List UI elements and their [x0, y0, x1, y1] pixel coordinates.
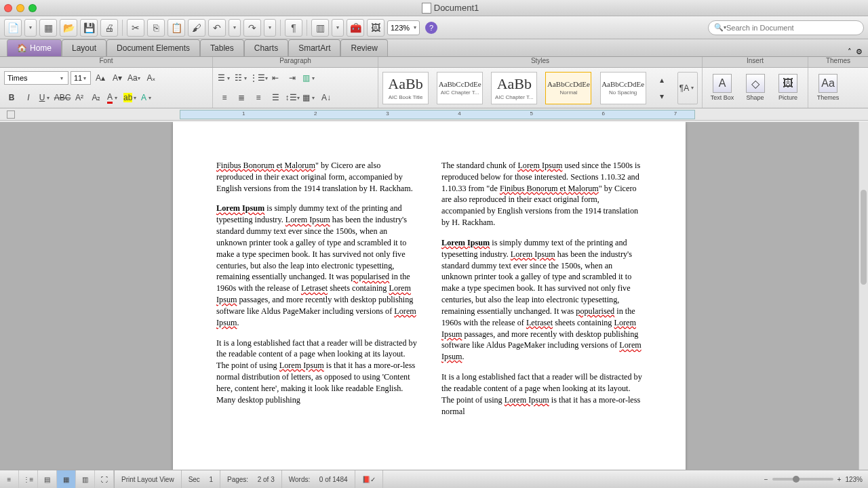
paragraph[interactable]: Lorem Ipsum is simply dummy text of the …	[441, 237, 642, 363]
collapse-ribbon-button[interactable]: ˄	[848, 47, 852, 56]
tab-charts[interactable]: Charts	[244, 39, 288, 56]
print-layout-view-button[interactable]: ▦	[57, 470, 76, 488]
tab-selector[interactable]	[7, 110, 15, 119]
styles-scroll-up[interactable]: ▴	[654, 73, 669, 87]
help-button[interactable]: ?	[422, 19, 440, 37]
copy-button[interactable]: ⎘	[147, 19, 165, 37]
tab-smartart[interactable]: SmartArt	[288, 39, 340, 56]
style-aic-chapter-1[interactable]: AaBbCcDdEeAIC Chapter T...	[437, 72, 483, 104]
templates-button[interactable]: ▦	[39, 19, 57, 37]
numbering-button[interactable]: ☷▾	[234, 70, 249, 85]
italic-button[interactable]: I	[21, 90, 36, 105]
align-left-button[interactable]: ≡	[217, 90, 232, 105]
tab-tables[interactable]: Tables	[200, 39, 244, 56]
align-center-button[interactable]: ≣	[234, 90, 249, 105]
horizontal-ruler[interactable]: 1234567	[180, 110, 695, 119]
font-size-select[interactable]: 11▾	[71, 71, 91, 85]
style-aic-book-title[interactable]: AaBbAIC Book Title	[382, 72, 429, 104]
change-case-button[interactable]: Aa▾	[127, 70, 142, 85]
tab-layout[interactable]: Layout	[62, 39, 106, 56]
close-window-button[interactable]	[4, 4, 12, 12]
bullets-button[interactable]: ☰▾	[217, 70, 232, 85]
themes-button[interactable]: AaThemes	[812, 70, 844, 104]
zoom-window-button[interactable]	[28, 4, 37, 12]
paragraph[interactable]: Lorem Ipsum is simply dummy text of the …	[216, 203, 417, 328]
font-color-button[interactable]: A▾	[106, 90, 121, 105]
shrink-font-button[interactable]: A▾	[110, 70, 125, 85]
highlight-button[interactable]: ab▾	[123, 90, 138, 105]
show-marks-button[interactable]: ¶	[285, 19, 302, 37]
draft-view-button[interactable]: ≡	[0, 470, 19, 488]
zoom-in-button[interactable]: +	[837, 476, 842, 483]
page-indicator[interactable]: Pages: 2 of 3	[220, 470, 282, 488]
clear-formatting-button[interactable]: Aₓ	[144, 70, 159, 85]
section-indicator[interactable]: Sec 1	[182, 470, 220, 488]
page[interactable]: Finibus Bonorum et Malorum" by Cicero ar…	[173, 122, 686, 470]
increase-indent-button[interactable]: ⇥	[285, 70, 300, 85]
format-painter-button[interactable]: 🖌	[188, 19, 205, 37]
toolbox-button[interactable]: 🧰	[347, 19, 364, 37]
new-doc-button[interactable]: 📄	[4, 19, 22, 37]
strikethrough-button[interactable]: ABC	[55, 90, 70, 105]
media-browser-button[interactable]: 🖼	[367, 19, 384, 37]
ribbon-options-button[interactable]: ⚙	[856, 47, 863, 56]
styles-scroll-down[interactable]: ▾	[654, 89, 669, 104]
open-button[interactable]: 📂	[60, 19, 77, 37]
insert-text-box-button[interactable]: AText Box	[707, 70, 738, 104]
document-area[interactable]: Finibus Bonorum et Malorum" by Cicero ar…	[0, 122, 859, 470]
zoom-select[interactable]: 123%▾	[387, 20, 420, 35]
text-effects-button[interactable]: A▾	[140, 90, 155, 105]
insert-shape-button[interactable]: ◇Shape	[740, 70, 771, 104]
sidebar-dropdown[interactable]: ▾	[332, 19, 344, 37]
insert-picture-button[interactable]: 🖼Picture	[772, 70, 804, 104]
justify-button[interactable]: ☰	[268, 90, 283, 105]
paragraph[interactable]: It is a long established fact that a rea…	[216, 338, 417, 406]
paragraph[interactable]: It is a long established fact that a rea…	[441, 371, 642, 417]
columns-button[interactable]: ▥▾	[302, 70, 317, 85]
search-box[interactable]: 🔍▾	[708, 20, 864, 35]
sort-button[interactable]: A↓	[319, 90, 334, 105]
redo-dropdown[interactable]: ▾	[264, 19, 276, 37]
paragraph[interactable]: The standard chunk of Lorem Ipsum used s…	[441, 160, 642, 228]
multilevel-list-button[interactable]: ⋮☰▾	[251, 70, 266, 85]
vertical-scrollbar[interactable]	[859, 122, 868, 470]
tab-review[interactable]: Review	[340, 39, 387, 56]
redo-button[interactable]: ↷	[243, 19, 261, 37]
paragraph[interactable]: Finibus Bonorum et Malorum" by Cicero ar…	[216, 160, 417, 194]
zoom-out-button[interactable]: −	[764, 476, 768, 483]
zoom-slider[interactable]	[772, 478, 833, 481]
style-no-spacing[interactable]: AaBbCcDdEeNo Spacing	[600, 72, 646, 104]
shading-button[interactable]: ▦▾	[302, 90, 317, 105]
word-count[interactable]: Words: 0 of 1484	[282, 470, 355, 488]
sidebar-button[interactable]: ▥	[311, 19, 329, 37]
outline-view-button[interactable]: ⋮≡	[19, 470, 38, 488]
font-name-select[interactable]: Times▾	[4, 71, 68, 85]
minimize-window-button[interactable]	[16, 4, 24, 12]
decrease-indent-button[interactable]: ⇤	[268, 70, 283, 85]
search-input[interactable]	[726, 24, 858, 32]
styles-pane-button[interactable]: ¶A▾	[677, 72, 698, 104]
style-normal[interactable]: AaBbCcDdEeNormal	[545, 72, 591, 104]
cut-button[interactable]: ✂	[127, 19, 144, 37]
fullscreen-view-button[interactable]: ⛶	[95, 470, 114, 488]
superscript-button[interactable]: A²	[72, 90, 87, 105]
tab-document-elements[interactable]: Document Elements	[106, 39, 200, 56]
print-button[interactable]: 🖨	[100, 19, 118, 37]
bold-button[interactable]: B	[4, 90, 19, 105]
underline-button[interactable]: U▾	[38, 90, 53, 105]
new-doc-dropdown[interactable]: ▾	[24, 19, 37, 37]
spell-check-button[interactable]: 📕✓	[355, 470, 383, 488]
undo-dropdown[interactable]: ▾	[229, 19, 241, 37]
save-button[interactable]: 💾	[80, 19, 98, 37]
grow-font-button[interactable]: A▴	[93, 70, 108, 85]
subscript-button[interactable]: A₂	[89, 90, 104, 105]
scroll-thumb[interactable]	[861, 190, 867, 285]
align-right-button[interactable]: ≡	[251, 90, 266, 105]
tab-home[interactable]: 🏠Home	[7, 39, 62, 56]
paste-button[interactable]: 📋	[167, 19, 185, 37]
undo-button[interactable]: ↶	[208, 19, 226, 37]
style-aic-chapter-2[interactable]: AaBbAIC Chapter T...	[491, 72, 537, 104]
notebook-view-button[interactable]: ▥	[76, 470, 95, 488]
publishing-view-button[interactable]: ▤	[38, 470, 57, 488]
zoom-level[interactable]: 123%	[845, 476, 863, 483]
